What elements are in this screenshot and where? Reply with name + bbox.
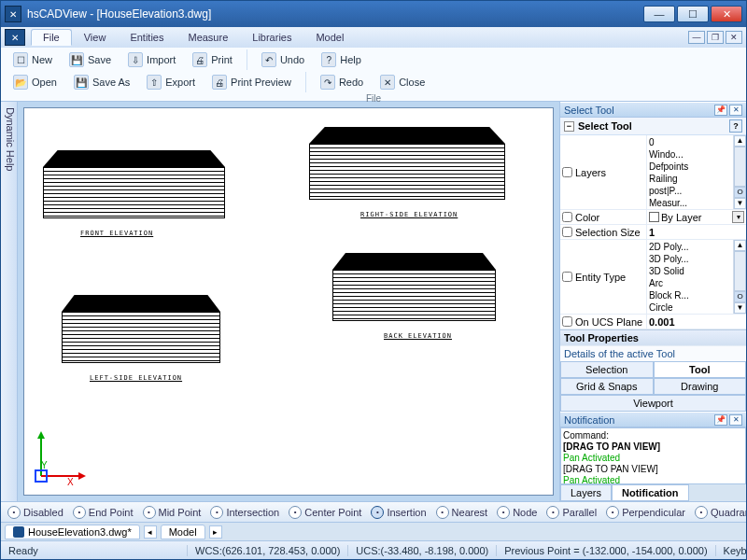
- osnap-nearest[interactable]: •Nearest: [431, 506, 493, 519]
- document-tab[interactable]: HouseElevation3.dwg*: [5, 525, 140, 539]
- save-as-button[interactable]: 💾Save As: [67, 72, 136, 92]
- panel-tab-grid-snaps[interactable]: Grid & Snaps: [560, 378, 654, 395]
- open-button[interactable]: 📂Open: [7, 72, 63, 92]
- drawing-label: BACK ELEVATION: [384, 332, 452, 340]
- mdi-close-button[interactable]: ✕: [726, 31, 742, 44]
- panel-tab-selection[interactable]: Selection: [560, 361, 654, 378]
- layout-next-button[interactable]: ▸: [209, 525, 222, 539]
- pin-icon[interactable]: 📌: [714, 414, 727, 426]
- layers-label: Layers: [573, 135, 646, 209]
- osnap-quadrant[interactable]: •Quadrant: [690, 506, 746, 519]
- undo-icon: ↶: [261, 52, 276, 67]
- mdi-restore-button[interactable]: ❐: [707, 31, 724, 44]
- select-tool-heading: Select Tool: [578, 120, 726, 132]
- help-button[interactable]: ?Help: [315, 49, 368, 70]
- selection-size-value[interactable]: 1: [646, 225, 746, 239]
- export-button[interactable]: ⇧Export: [140, 72, 202, 92]
- ucs-plane-value[interactable]: 0.001: [646, 315, 746, 329]
- close-button[interactable]: ✕: [711, 6, 742, 22]
- app-menu-icon[interactable]: ✕: [5, 29, 25, 46]
- layers-listbox[interactable]: 0Windo...DefpointsRailingpost|P...Measur…: [646, 135, 733, 209]
- import-button[interactable]: ⇩Import: [121, 49, 182, 70]
- notification-log[interactable]: Command:[DRAG TO PAN VIEW]Pan Activated[…: [560, 427, 746, 484]
- scroll-down-icon[interactable]: ▼: [734, 198, 746, 209]
- osnap-parallel[interactable]: •Parallel: [542, 506, 601, 519]
- tool-properties-footer: Tool Properties: [560, 329, 746, 345]
- osnap-toolbar: •Disabled•End Point•Mid Point•Intersecti…: [1, 501, 746, 522]
- print-preview-button[interactable]: 🖨Print Preview: [205, 72, 298, 92]
- color-value[interactable]: By Layer▾: [646, 210, 746, 224]
- menu-tab-libraries[interactable]: Libraries: [240, 29, 303, 46]
- osnap-disabled[interactable]: •Disabled: [3, 506, 68, 519]
- save-button[interactable]: 💾Save: [63, 49, 118, 70]
- entity-type-listbox[interactable]: 2D Poly...3D Poly...3D SolidArcBlock R..…: [646, 240, 733, 314]
- minimize-button[interactable]: —: [643, 6, 675, 22]
- entity-type-checkbox[interactable]: [562, 272, 572, 282]
- maximize-button[interactable]: ☐: [677, 6, 709, 22]
- scroll-up-icon[interactable]: ▲: [734, 135, 746, 147]
- osnap-icon: •: [73, 506, 86, 519]
- panel-close-icon[interactable]: ✕: [729, 105, 742, 116]
- export-icon: ⇧: [147, 75, 162, 90]
- osnap-end-point[interactable]: •End Point: [68, 506, 138, 519]
- app-icon: ✕: [5, 6, 21, 22]
- menu-tab-model[interactable]: Model: [303, 29, 356, 46]
- menu-tab-entities[interactable]: Entities: [118, 29, 176, 46]
- panel-tab-drawing[interactable]: Drawing: [654, 378, 747, 395]
- status-prev-point: Previous Point = (-132.000, -154.000, 0.…: [497, 545, 715, 556]
- osnap-node[interactable]: •Node: [492, 506, 542, 519]
- bottom-tab-notification[interactable]: Notification: [612, 484, 689, 501]
- panel-tab-viewport[interactable]: Viewport: [560, 395, 746, 412]
- osnap-perpendicular[interactable]: •Perpendicular: [601, 506, 690, 519]
- document-tabs: HouseElevation3.dwg* ◂ Model ▸: [1, 522, 746, 540]
- scroll-thumb[interactable]: O: [734, 291, 746, 302]
- new-button[interactable]: ☐New: [7, 49, 59, 70]
- tool-help-icon[interactable]: ?: [729, 119, 742, 133]
- dropdown-icon[interactable]: ▾: [732, 211, 744, 223]
- undo-button[interactable]: ↶Undo: [255, 49, 311, 70]
- color-checkbox[interactable]: [562, 212, 572, 222]
- redo-button[interactable]: ↷Redo: [314, 72, 370, 92]
- selection-size-checkbox[interactable]: [562, 227, 572, 237]
- status-shortcuts: Keyboard Shortcuts: On: [716, 545, 747, 556]
- mdi-minimize-button[interactable]: —: [688, 31, 705, 44]
- bottom-tab-layers[interactable]: Layers: [560, 484, 612, 501]
- notification-panel-header[interactable]: Notification 📌 ✕: [560, 412, 746, 427]
- menu-tab-file[interactable]: File: [31, 29, 72, 46]
- dwg-file-icon: [13, 526, 24, 538]
- selection-size-label: Selection Size: [573, 225, 646, 239]
- status-wcs: WCS:(626.101, 728.453, 0.000): [188, 545, 348, 556]
- menu-bar: ✕ FileViewEntitiesMeasureLibrariesModel …: [1, 27, 746, 48]
- ucs-axis-icon: Y X: [32, 429, 88, 487]
- drawing-canvas[interactable]: FRONT ELEVATION RIGHT-SIDE ELEVATION LEF…: [23, 107, 554, 496]
- menu-tab-measure[interactable]: Measure: [176, 29, 240, 46]
- select-tool-panel-header[interactable]: Select Tool 📌 ✕: [560, 102, 746, 118]
- drawing-label: LEFT-SIDE ELEVATION: [90, 374, 182, 382]
- osnap-icon: •: [436, 506, 449, 519]
- ucs-plane-checkbox[interactable]: [562, 316, 572, 327]
- menu-tab-view[interactable]: View: [72, 29, 119, 46]
- entity-type-label: Entity Type: [573, 240, 646, 314]
- osnap-icon: •: [497, 506, 510, 519]
- layout-prev-button[interactable]: ◂: [144, 525, 157, 539]
- scroll-thumb[interactable]: O: [734, 187, 746, 198]
- osnap-icon: •: [546, 506, 559, 519]
- scroll-down-icon[interactable]: ▼: [734, 302, 746, 314]
- layout-tab-model[interactable]: Model: [161, 525, 205, 539]
- print-preview-icon: 🖨: [212, 75, 227, 90]
- osnap-mid-point[interactable]: •Mid Point: [138, 506, 206, 519]
- close-button[interactable]: ✕Close: [374, 72, 431, 92]
- dynamic-help-sidebar[interactable]: Dynamic Help: [1, 102, 18, 501]
- scroll-up-icon[interactable]: ▲: [734, 240, 746, 251]
- print-button[interactable]: 🖨Print: [186, 49, 239, 70]
- drawing-label: FRONT ELEVATION: [80, 230, 153, 237]
- osnap-center-point[interactable]: •Center Point: [284, 506, 366, 519]
- osnap-icon: •: [7, 506, 21, 519]
- panel-tab-tool[interactable]: Tool: [654, 361, 747, 378]
- layers-checkbox[interactable]: [562, 167, 572, 177]
- osnap-insertion[interactable]: •Insertion: [366, 506, 430, 519]
- panel-close-icon[interactable]: ✕: [729, 414, 742, 426]
- collapse-icon[interactable]: −: [564, 121, 574, 132]
- pin-icon[interactable]: 📌: [714, 105, 727, 116]
- osnap-intersection[interactable]: •Intersection: [205, 506, 284, 519]
